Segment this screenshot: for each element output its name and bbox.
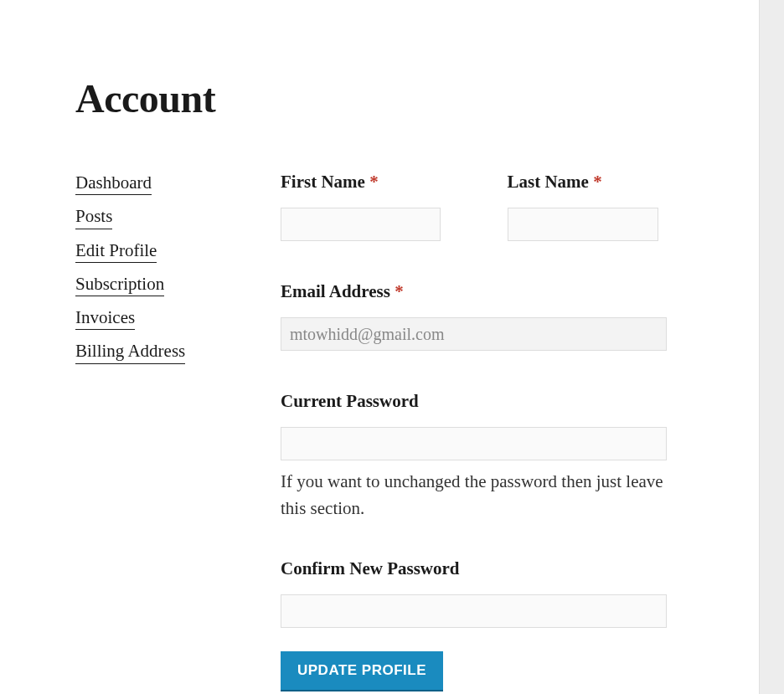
email-field-group: Email Address * [281, 281, 667, 351]
sidebar-item-dashboard[interactable]: Dashboard [75, 172, 152, 195]
first-name-field-group: First Name * [281, 172, 441, 241]
first-name-input[interactable] [281, 208, 441, 241]
last-name-label-text: Last Name [508, 172, 589, 192]
confirm-password-input[interactable] [281, 594, 667, 628]
email-label-text: Email Address [281, 281, 390, 301]
page-title: Account [0, 0, 759, 121]
password-help-text: If you want to unchanged the password th… [281, 469, 667, 522]
sidebar-item-posts[interactable]: Posts [75, 205, 112, 229]
required-asterisk: * [593, 172, 602, 192]
email-label: Email Address * [281, 281, 667, 302]
first-name-label-text: First Name [281, 172, 365, 192]
confirm-password-field-group: Confirm New Password [281, 558, 667, 628]
profile-form: First Name * Last Name * Email Address [281, 172, 759, 691]
first-name-label: First Name * [281, 172, 441, 193]
last-name-field-group: Last Name * [508, 172, 668, 241]
last-name-label: Last Name * [508, 172, 668, 193]
sidebar-item-invoices[interactable]: Invoices [75, 306, 135, 330]
update-profile-button[interactable]: UPDATE PROFILE [281, 651, 443, 691]
sidebar-item-billing-address[interactable]: Billing Address [75, 340, 185, 363]
required-asterisk: * [369, 172, 379, 192]
current-password-label: Current Password [281, 391, 667, 412]
sidebar-item-edit-profile[interactable]: Edit Profile [75, 239, 157, 263]
current-password-input[interactable] [281, 427, 667, 460]
sidebar-item-subscription[interactable]: Subscription [75, 273, 164, 296]
account-sidebar: Dashboard Posts Edit Profile Subscriptio… [75, 172, 281, 691]
email-input [281, 317, 667, 351]
vertical-divider [759, 0, 784, 694]
current-password-field-group: Current Password If you want to unchange… [281, 391, 667, 522]
confirm-password-label: Confirm New Password [281, 558, 667, 579]
last-name-input[interactable] [508, 208, 658, 241]
required-asterisk: * [395, 281, 404, 301]
